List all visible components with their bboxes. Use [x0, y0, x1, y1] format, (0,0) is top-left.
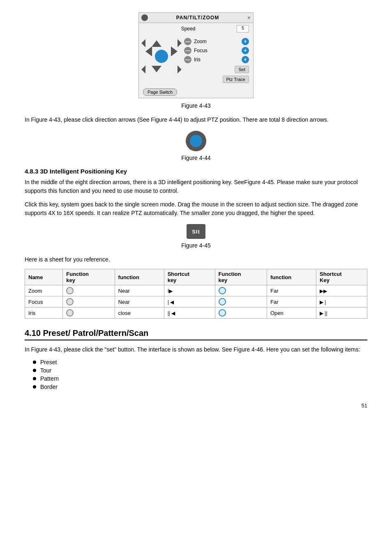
- ptz-speed-label: Speed: [143, 26, 233, 32]
- row-zoom-icon2: [215, 285, 267, 296]
- figure-44-caption: Figure 4-44: [25, 155, 367, 161]
- dpad-center-3d-btn[interactable]: [155, 50, 168, 63]
- reference-table-container: Name Functionkey function Shortcutkey Fu…: [25, 269, 367, 319]
- section-483-heading: 4.8.3 3D Intelligent Positioning Key: [25, 168, 367, 175]
- row-iris-icon2: [215, 308, 267, 319]
- row-zoom-func2: Far: [267, 285, 316, 296]
- ptz-dialog: PAN/TILT/ZOOM × Speed 5 —: [138, 12, 254, 98]
- table-row: Zoom Near I▶ Far ▶▶: [25, 285, 367, 296]
- section-410-para: In Figure 4-43, please click the "set" b…: [25, 345, 367, 354]
- figure-43-caption: Figure 4-43: [25, 102, 367, 109]
- ptz-speed-input[interactable]: 5: [237, 25, 249, 32]
- row-zoom-shortcut1: I▶: [164, 285, 215, 296]
- col-function1: function: [115, 269, 164, 285]
- ptz-camera-icon: [141, 14, 148, 21]
- bullet-dot: [33, 361, 36, 364]
- ptz-title-bar: PAN/TILT/ZOOM ×: [139, 13, 253, 23]
- section-410-bullets: Preset Tour Pattern Border: [33, 359, 367, 390]
- figure-44-container: [25, 131, 367, 151]
- col-func-key2: Functionkey: [215, 269, 267, 285]
- bullet-border: Border: [40, 384, 58, 390]
- dpad-up-btn[interactable]: [152, 40, 161, 47]
- bullet-dot: [33, 369, 36, 372]
- row-iris-shortcut1: || ◀: [164, 308, 215, 319]
- ptz-trace-row: Ptz Trace: [184, 76, 249, 83]
- table-ref-text: Here is a sheet for you reference.: [25, 255, 367, 264]
- ptz-dpad: [143, 38, 180, 75]
- figure-45-sit-icon: SIt: [187, 224, 205, 239]
- section-410-heading: 4.10 Preset/ Patrol/Pattern/Scan: [25, 328, 367, 340]
- row-iris-func1: close: [115, 308, 164, 319]
- bullet-preset: Preset: [40, 359, 57, 365]
- ptz-trace-button[interactable]: Ptz Trace: [223, 76, 249, 83]
- ptz-focus-label: Focus: [194, 48, 239, 53]
- dpad-right-btn[interactable]: [171, 46, 178, 56]
- ptz-title: PAN/TILT/ZOOM: [148, 15, 247, 21]
- list-item: Preset: [33, 359, 367, 365]
- row-focus-shortcut1: | ◀: [164, 296, 215, 308]
- bullet-dot: [33, 377, 36, 380]
- ptz-zoom-row: — Zoom +: [184, 38, 249, 45]
- ptz-focus-row: — Focus +: [184, 47, 249, 54]
- row-zoom-icon1: [63, 285, 115, 296]
- ptz-right-controls: — Zoom + — Focus + — Iris + Set: [184, 38, 249, 83]
- row-iris-name: Iris: [25, 308, 63, 319]
- figure-44-inner-circle: [190, 135, 202, 147]
- ptz-dialog-container: PAN/TILT/ZOOM × Speed 5 —: [25, 12, 367, 98]
- row-zoom-name: Zoom: [25, 285, 63, 296]
- ptz-zoom-label: Zoom: [194, 39, 239, 44]
- row-focus-name: Focus: [25, 296, 63, 308]
- row-focus-func2: Far: [267, 296, 316, 308]
- col-function2: function: [267, 269, 316, 285]
- ptz-iris-minus-btn[interactable]: —: [184, 56, 191, 63]
- ptz-speed-row: Speed 5: [139, 23, 253, 35]
- ptz-iris-plus-btn[interactable]: +: [242, 56, 249, 63]
- list-item: Pattern: [33, 375, 367, 382]
- figure-44-icon: [186, 131, 206, 151]
- row-focus-icon2: [215, 296, 267, 308]
- ptz-set-button[interactable]: Set: [235, 66, 249, 73]
- row-zoom-shortcut2: ▶▶: [316, 285, 367, 296]
- ptz-focus-plus-btn[interactable]: +: [242, 47, 249, 54]
- table-row: Iris close || ◀ Open ▶ ||: [25, 308, 367, 319]
- para-43: In Figure 4-43, please click direction a…: [25, 116, 367, 124]
- row-focus-shortcut2: ▶ |: [316, 296, 367, 308]
- figure-45-caption: Figure 4-45: [25, 242, 367, 249]
- dpad-down-btn[interactable]: [152, 66, 161, 72]
- bullet-dot: [33, 385, 36, 388]
- ptz-zoom-minus-btn[interactable]: —: [184, 38, 191, 45]
- section-483-para2: Click this key, system goes back to the …: [25, 200, 367, 217]
- ptz-bottom-row: Page Switch: [139, 86, 253, 98]
- list-item: Border: [33, 384, 367, 390]
- list-item: Tour: [33, 367, 367, 374]
- row-iris-shortcut2: ▶ ||: [316, 308, 367, 319]
- row-iris-icon1: [63, 308, 115, 319]
- sit-icon-text: SIt: [192, 229, 200, 235]
- focus-plus-icon: [219, 298, 226, 305]
- focus-minus-icon: [66, 298, 74, 305]
- ptz-main-area: — Zoom + — Focus + — Iris + Set: [139, 35, 253, 86]
- ptz-zoom-plus-btn[interactable]: +: [242, 38, 249, 45]
- page-number: 51: [25, 402, 367, 409]
- ptz-close-button[interactable]: ×: [247, 14, 251, 21]
- row-focus-func1: Near: [115, 296, 164, 308]
- col-func-key1: Functionkey: [63, 269, 115, 285]
- reference-table: Name Functionkey function Shortcutkey Fu…: [25, 269, 367, 319]
- iris-minus-icon: [66, 309, 74, 317]
- ptz-buttons-row: Set: [184, 66, 249, 73]
- row-iris-func2: Open: [267, 308, 316, 319]
- ptz-page-switch-button[interactable]: Page Switch: [143, 88, 177, 96]
- figure-45-container: SIt: [25, 224, 367, 239]
- ptz-iris-label: Iris: [194, 57, 239, 62]
- table-header-row: Name Functionkey function Shortcutkey Fu…: [25, 269, 367, 285]
- zoom-plus-icon: [219, 287, 226, 294]
- ptz-iris-row: — Iris +: [184, 56, 249, 63]
- section-483-para1: In the middle of the eight direction arr…: [25, 178, 367, 195]
- row-zoom-func1: Near: [115, 285, 164, 296]
- zoom-minus-icon: [66, 287, 74, 294]
- row-focus-icon1: [63, 296, 115, 308]
- dpad-down-right-btn[interactable]: [169, 61, 182, 74]
- ptz-focus-minus-btn[interactable]: —: [184, 47, 191, 54]
- col-shortcut2: ShortcutKey: [316, 269, 367, 285]
- dpad-left-btn[interactable]: [145, 46, 152, 56]
